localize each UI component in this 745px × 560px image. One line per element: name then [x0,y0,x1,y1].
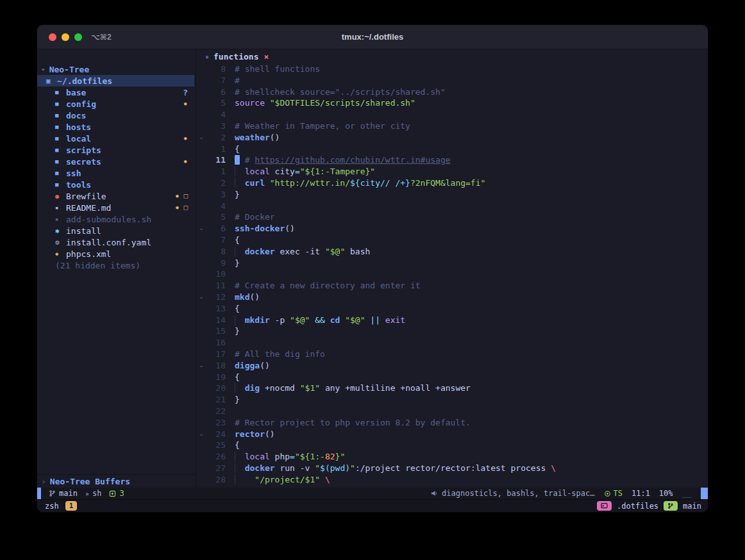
fold-column [196,177,206,189]
code-text: } [226,325,240,337]
code-line: 3# Weather in Tampere, or other city [196,120,708,132]
neotree-header[interactable]: › Neo-Tree [37,63,196,75]
fold-column [196,97,206,109]
fold-marker-icon[interactable]: › [196,292,206,303]
tree-item-hosts[interactable]: ■hosts [37,121,196,133]
treesitter-label: TS [614,489,623,498]
code-text: { [226,235,240,246]
tree-item-tools[interactable]: ■tools [37,179,196,190]
statusline-trail: __ [682,489,691,498]
diff-added-segment: 3 [109,489,124,498]
code-line: 7# [196,75,708,86]
tree-item-config[interactable]: ■config• [37,98,196,110]
code-text: { [226,303,240,315]
scroll-percent: 10% [659,489,673,498]
line-number: 12 [206,292,226,303]
folder-icon: ■ [55,158,65,165]
fold-column [196,474,206,486]
tree-item-docs[interactable]: ■docs [37,110,196,121]
minimize-window-button[interactable] [62,33,69,41]
tree-item-phpcs.xml[interactable]: ◆phpcs.xml [37,248,196,259]
line-number: 7 [206,235,226,246]
neotree-items: ■base?■config•■docs■hosts■local•■scripts… [37,86,196,259]
fold-column [196,440,206,451]
tree-item-label: scripts [66,145,101,155]
fold-column [196,120,206,132]
code-line: 7{ [196,235,708,246]
code-line: 5source "$DOTFILES/scripts/shared.sh" [196,97,708,109]
code-line: 4 [196,109,708,120]
code-line: 13{ [196,303,708,315]
code-line: 14▏ mkdir -p "$@" && cd "$@" || exit [196,315,708,326]
code-line: 26▏ local php="${1:-82}" [196,451,708,463]
line-number: 28 [206,474,226,486]
line-number: 15 [206,325,226,337]
neotree-buffers-header[interactable]: › Neo-Tree Buffers [37,474,196,488]
code-text: } [226,258,240,269]
line-number: 9 [206,258,226,269]
tree-item-Brewfile[interactable]: ●Brewfile•□ [37,190,196,202]
line-number: 7 [206,75,226,86]
tree-root-dotfiles[interactable]: ▣ ~/.dotfiles [37,75,194,86]
fold-marker-icon[interactable]: › [196,429,206,440]
git-status-badges: •□ [175,203,188,213]
code-line: 17# All the dig info [196,349,708,360]
xml-file-icon: ◆ [55,251,65,257]
tree-item-README.md[interactable]: ▪README.md•□ [37,202,196,213]
chevron-right-icon: › [41,477,46,486]
window-title: tmux:~/.dotfiles [37,32,708,42]
tree-item-local[interactable]: ■local• [37,133,196,144]
fold-marker-icon[interactable]: › [196,360,206,372]
statusline: main ▪ sh 3 diagnosticls, bashls, trail-… [37,488,708,499]
code-line: 11# Create a new directory and enter it [196,280,708,292]
tab-functions[interactable]: functions [213,52,258,62]
fold-column [196,166,206,177]
tree-item-install.conf.yaml[interactable]: ⚙install.conf.yaml [37,236,196,248]
tree-item-label: add-submodules.sh [66,215,151,224]
tree-item-install[interactable]: ✱install [37,225,196,236]
folder-icon: ■ [55,170,65,176]
folder-icon: ■ [55,101,65,107]
star-file-icon: ✱ [55,227,65,235]
fold-marker-icon[interactable]: › [196,223,206,235]
close-window-button[interactable] [49,33,56,41]
zoom-window-button[interactable] [74,33,82,41]
tree-item-add-submodules.sh[interactable]: ▪add-submodules.sh [37,213,196,225]
file-icon: ▪ [205,53,209,60]
tree-item-label: base [66,88,86,97]
code-line: 1{ [196,144,708,155]
fold-column [196,383,206,394]
git-status-badges: • [183,157,188,167]
code-text: # Docker [226,211,275,223]
filetype-label: sh [92,489,101,498]
line-number: 8 [206,246,226,258]
code-text [226,201,235,212]
code-area[interactable]: 8# shell functions7#6# shellcheck source… [196,63,708,488]
terminal-window: ⌥⌘2 tmux:~/.dotfiles › Neo-Tree ▣ ~/.dot… [37,24,708,513]
tree-item-scripts[interactable]: ■scripts [37,144,196,156]
git-status-badge: □ [183,192,188,201]
fold-marker-icon[interactable]: › [196,132,206,144]
code-line: ›2weather() [196,132,708,144]
treesitter-segment: TS [604,489,623,498]
tree-item-secrets[interactable]: ■secrets• [37,156,196,167]
tmux-window-index-badge[interactable]: 1 [65,501,78,511]
line-number: 11 [206,280,226,292]
tree-item-base[interactable]: ■base? [37,86,196,98]
fold-column [196,268,206,280]
tree-item-ssh[interactable]: ■ssh [37,167,196,179]
code-line: 22 [196,406,708,417]
tree-item-label: Brewfile [66,192,106,201]
folder-icon: ■ [55,135,65,142]
tab-close-icon[interactable]: × [264,52,269,62]
statusline-right-block [701,488,708,499]
tmux-window-name[interactable]: zsh [45,502,59,511]
git-status-badges: ? [183,88,188,97]
code-text [226,268,235,280]
md-file-icon: ▪ [55,204,65,211]
line-number: 20 [206,383,226,394]
lsp-servers-segment: diagnosticls, bashls, trail-spac… [430,489,594,498]
window-controls [49,33,82,41]
code-text: ▏ curl "http://wttr.in/${city// /+}?2nFQ… [226,177,485,189]
tree-item-label: ssh [66,169,81,178]
